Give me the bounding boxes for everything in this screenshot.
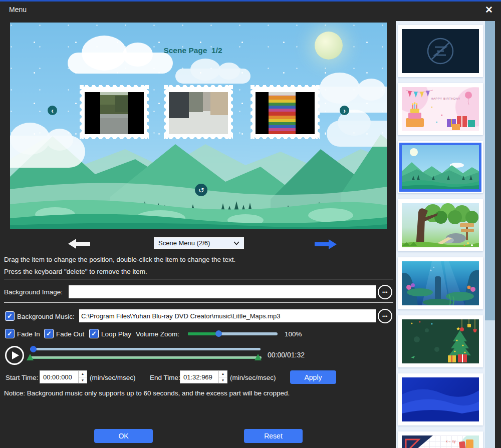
start-time-input[interactable]: [40, 371, 78, 383]
waves-theme-art: [402, 377, 479, 421]
svg-text:★: ★: [456, 326, 460, 331]
end-time-up-icon[interactable]: ▲: [219, 371, 227, 377]
browse-image-button[interactable]: •••: [378, 285, 392, 299]
sidebar-scrollbar-thumb[interactable]: [485, 21, 495, 320]
return-icon[interactable]: ↺: [195, 184, 207, 196]
scene-menu-select-value: Scene Menu (2/6): [158, 239, 210, 247]
theme-item-christmas[interactable]: ★: [398, 315, 483, 367]
instruction-line-1: Drag the item to change the position, do…: [4, 256, 235, 263]
chevron-down-icon: [233, 241, 239, 245]
end-time-input[interactable]: [180, 371, 218, 383]
playback-time: 00:00/01:32: [268, 351, 305, 359]
video-frame-room: [169, 92, 228, 134]
theme-item-no-menu[interactable]: [398, 25, 483, 77]
check-icon: ✓: [91, 330, 97, 337]
background-image-label: Background Image:: [4, 288, 63, 296]
volume-slider-track[interactable]: [188, 332, 278, 335]
end-time-down-icon[interactable]: ▼: [219, 377, 227, 383]
start-time-unit: (min/sec/msec): [90, 374, 136, 381]
mist-cloud-decoration: [10, 136, 85, 168]
mountains-theme-art: [399, 143, 481, 192]
prev-menu-arrow[interactable]: [68, 239, 90, 249]
end-time-label: End Time:: [150, 374, 180, 381]
volume-value: 100%: [285, 330, 302, 338]
check-icon: ✓: [46, 330, 52, 337]
scene-page-label: Scene Page 1/2: [143, 46, 243, 55]
video-thumbnail-1[interactable]: [80, 85, 149, 139]
check-icon: ✓: [7, 330, 13, 337]
theme-item-green-mountains[interactable]: [398, 141, 483, 193]
scene-prev-icon[interactable]: ‹: [48, 106, 57, 115]
play-button[interactable]: [5, 346, 24, 365]
playback-progress-thumb[interactable]: [30, 346, 37, 352]
theme-item-birthday[interactable]: HAPPY BIRTHDAY: [398, 83, 483, 135]
background-image-input[interactable]: [69, 285, 376, 298]
loop-play-checkbox[interactable]: ✓: [89, 329, 99, 338]
start-time-label: Start Time:: [6, 374, 38, 381]
birthday-theme-art: HAPPY BIRTHDAY: [402, 87, 479, 131]
reset-button[interactable]: Reset: [244, 429, 303, 443]
fade-in-checkbox[interactable]: ✓: [5, 329, 15, 338]
trim-range-bar[interactable]: [30, 356, 262, 359]
volume-slider-fill: [188, 332, 219, 335]
ellipsis-icon: •••: [382, 314, 388, 319]
instruction-line-2: Press the keyboard "delete" to remove th…: [4, 268, 147, 275]
divider: [4, 279, 393, 279]
ok-button[interactable]: OK: [94, 429, 153, 443]
start-time-up-icon[interactable]: ▲: [79, 371, 87, 377]
background-music-input[interactable]: [79, 309, 376, 322]
video-thumbnail-3[interactable]: [250, 85, 320, 139]
play-icon: [12, 351, 19, 359]
end-time-spinner: ▲ ▼: [180, 370, 227, 383]
mist-cloud-decoration: [327, 121, 387, 147]
close-icon[interactable]: ✕: [485, 4, 493, 17]
cloud-decoration: [68, 53, 173, 74]
check-icon: ✓: [7, 313, 13, 319]
forest-theme-art: [402, 203, 479, 247]
theme-item-forest[interactable]: [398, 199, 483, 251]
svg-text:x→ xy: x→ xy: [446, 439, 456, 443]
school-theme-art: x→ xy ★: [402, 435, 479, 448]
fade-out-label: Fade Out: [56, 330, 84, 338]
video-frame-store: [256, 92, 315, 134]
trim-start-handle[interactable]: [27, 354, 34, 360]
playback-progress-track[interactable]: [30, 348, 261, 350]
page-title: Menu: [9, 6, 27, 14]
fade-in-label: Fade In: [17, 330, 40, 338]
sidebar-scrollbar-track[interactable]: [485, 21, 495, 448]
apply-button[interactable]: Apply: [290, 370, 336, 384]
trim-end-handle[interactable]: [255, 354, 262, 360]
scene-next-icon[interactable]: ›: [340, 106, 349, 115]
background-music-label: Background Music:: [17, 313, 75, 320]
divider: [4, 302, 393, 303]
notice-text: Notice: Background music only supports u…: [4, 389, 290, 397]
moon-decoration: [315, 32, 343, 60]
theme-gallery: HAPPY BIRTHDAY: [396, 21, 485, 448]
end-time-unit: (min/sec/msec): [230, 374, 276, 381]
menu-preview-canvas[interactable]: Scene Page 1/2 ‹ ›: [10, 23, 387, 229]
menu-dialog: Menu ✕ Scene Page 1/2: [0, 0, 501, 448]
browse-music-button[interactable]: •••: [378, 309, 392, 323]
background-music-checkbox[interactable]: ✓: [5, 311, 15, 321]
fade-out-checkbox[interactable]: ✓: [44, 329, 54, 338]
start-time-down-icon[interactable]: ▼: [79, 377, 87, 383]
window-top-strip: [0, 0, 501, 2]
christmas-theme-art: ★: [402, 319, 479, 363]
video-frame-road: [85, 92, 144, 134]
underwater-theme-art: [402, 261, 479, 305]
loop-play-label: Loop Play: [101, 330, 131, 338]
theme-item-blue-waves[interactable]: [398, 373, 483, 425]
start-time-spinner: ▲ ▼: [40, 370, 87, 383]
no-menu-icon: [402, 29, 479, 73]
theme-item-underwater[interactable]: [398, 257, 483, 309]
video-thumbnail-2[interactable]: [164, 85, 233, 139]
theme-item-school[interactable]: x→ xy ★: [398, 431, 483, 448]
svg-text:HAPPY BIRTHDAY: HAPPY BIRTHDAY: [431, 97, 460, 100]
volume-zoom-label: Volume Zoom:: [136, 330, 179, 338]
scene-menu-select[interactable]: Scene Menu (2/6): [154, 237, 244, 249]
cloud-decoration: [175, 69, 250, 84]
volume-slider-thumb[interactable]: [215, 330, 222, 337]
ellipsis-icon: •••: [382, 290, 388, 295]
next-menu-arrow[interactable]: [315, 239, 337, 249]
